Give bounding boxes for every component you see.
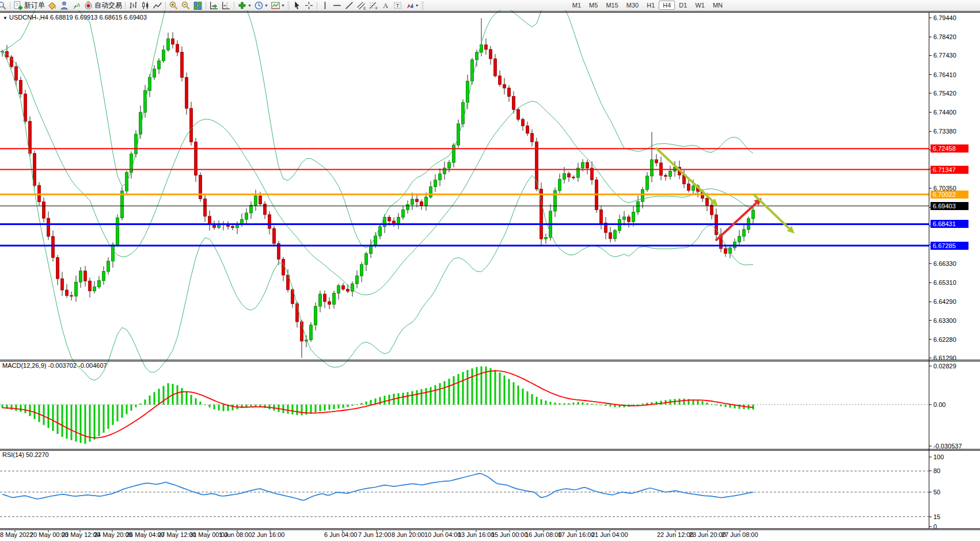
time-axis-label: 2 Jun 16:00 bbox=[252, 531, 285, 538]
fibonacci-icon[interactable]: F bbox=[367, 1, 379, 10]
toolbar-separator bbox=[125, 2, 126, 9]
price-tick-label: 6.78420 bbox=[933, 33, 956, 40]
time-axis-label: 1 Jun 08:00 bbox=[219, 531, 252, 538]
time-axis-label: 8 Jun 20:00 bbox=[392, 531, 425, 538]
timeframe-button-mn[interactable]: MN bbox=[709, 1, 727, 10]
svg-text:F: F bbox=[375, 6, 378, 10]
price-tick-label: 6.63300 bbox=[933, 317, 956, 324]
symbol-dropdown-icon[interactable]: ▼ bbox=[3, 16, 7, 21]
new-order-button[interactable]: 新订单 bbox=[12, 1, 46, 10]
timeframe-button-m30[interactable]: M30 bbox=[622, 1, 643, 10]
candlestick-chart-icon[interactable] bbox=[139, 1, 151, 10]
price-tick-label: 6.75420 bbox=[933, 90, 956, 97]
time-axis-label: 27 Jun 08:00 bbox=[721, 531, 758, 538]
macd-tick-label: 0.00 bbox=[933, 401, 945, 408]
panel-splitter-rsi[interactable] bbox=[0, 448, 929, 451]
timeframe-button-m15[interactable]: M15 bbox=[602, 1, 622, 10]
crosshair-icon[interactable] bbox=[303, 1, 315, 10]
text-label-icon[interactable]: T bbox=[392, 1, 404, 10]
price-line-label: 6.72458 bbox=[930, 144, 968, 153]
time-axis-label: 18 May 2022 bbox=[0, 531, 33, 538]
svg-text:T: T bbox=[396, 2, 399, 9]
styles-bucket-icon[interactable] bbox=[46, 1, 58, 10]
macd-indicator-label: MACD(12,26,9) -0.003702 -0.004607 bbox=[2, 362, 107, 369]
cursor-icon[interactable] bbox=[291, 1, 303, 10]
timeframe-toolbar: M1M5M15M30H1H4D1W1MN bbox=[568, 1, 727, 10]
rsi-tick-label: 80 bbox=[933, 467, 940, 474]
timeframe-button-w1[interactable]: W1 bbox=[691, 1, 709, 10]
timeframe-button-h1[interactable]: H1 bbox=[643, 1, 659, 10]
price-tick-label: 6.62280 bbox=[933, 336, 956, 343]
time-axis-label: 6 Jun 04:00 bbox=[324, 531, 358, 538]
chevron-down-icon[interactable]: ▼ bbox=[415, 3, 419, 7]
mt4-terminal: { "toolbar": { "new_order_label": "新订单",… bbox=[0, 0, 980, 541]
text-icon[interactable]: A bbox=[379, 1, 392, 10]
svg-text:E: E bbox=[363, 6, 366, 10]
periods-button[interactable]: ▼ bbox=[253, 1, 269, 10]
time-axis-label: 10 Jun 04:00 bbox=[424, 531, 461, 538]
price-line-label: 6.71347 bbox=[930, 166, 968, 174]
price-line-label: 6.68431 bbox=[930, 220, 968, 228]
trendline-icon[interactable] bbox=[343, 1, 355, 10]
auto-trading-button-label: 自动交易 bbox=[94, 1, 122, 10]
time-axis-label: 23 Jun 20:00 bbox=[689, 531, 726, 538]
time-axis-label: 17 Jun 16:00 bbox=[558, 531, 595, 538]
toolbar-drag-handle[interactable] bbox=[421, 2, 424, 9]
price-tick-label: 6.64290 bbox=[933, 298, 956, 305]
macd-tick-label: -0.030537 bbox=[933, 443, 962, 449]
rsi-tick-label: 15 bbox=[933, 513, 940, 520]
time-axis-label: 16 Jun 08:00 bbox=[525, 531, 562, 538]
timeframe-button-h4[interactable]: H4 bbox=[659, 1, 675, 10]
line-chart-icon[interactable] bbox=[151, 1, 164, 10]
horizontal-line-icon[interactable] bbox=[331, 1, 343, 10]
timeframe-button-d1[interactable]: D1 bbox=[675, 1, 691, 10]
panel-splitter-macd[interactable] bbox=[0, 359, 929, 362]
price-tick-label: 6.76410 bbox=[933, 71, 956, 78]
time-axis-label: 13 Jun 16:00 bbox=[458, 531, 495, 538]
profile-icon[interactable] bbox=[58, 1, 70, 10]
rsi-tick-label: 100 bbox=[933, 454, 944, 460]
time-scale[interactable]: 18 May 202220 May 00:0023 May 12:0024 Ma… bbox=[0, 529, 929, 541]
zoom-out-icon[interactable] bbox=[180, 1, 192, 10]
chart-canvas[interactable] bbox=[0, 0, 980, 541]
svg-text:A: A bbox=[383, 2, 389, 10]
toolbar-separator bbox=[234, 2, 234, 9]
price-tick-label: 6.66330 bbox=[933, 260, 956, 267]
time-axis-label: 22 Jun 12:00 bbox=[657, 531, 694, 538]
chart-title: ▼ USDCNH-,H4 6.68819 6.69913 6.68615 6.6… bbox=[3, 14, 147, 21]
signals-icon[interactable] bbox=[70, 1, 82, 10]
rsi-tick-label: 50 bbox=[933, 489, 940, 496]
chevron-down-icon[interactable]: ▼ bbox=[281, 3, 285, 7]
toolbar-separator bbox=[165, 2, 166, 9]
ohlc-values: 6.68819 6.69913 6.68615 6.69403 bbox=[50, 14, 147, 21]
toolbar-drag-handle[interactable] bbox=[287, 2, 290, 9]
price-line-label: 6.67285 bbox=[930, 242, 968, 250]
auto-scroll-icon[interactable] bbox=[208, 1, 220, 10]
chevron-down-icon[interactable]: ▼ bbox=[248, 3, 252, 7]
chart-search-icon[interactable] bbox=[0, 1, 8, 10]
price-tick-label: 6.61290 bbox=[933, 355, 956, 361]
main-toolbar: 新订单自动交易▼▼▼EFAT▼ M1M5M15M30H1H4D1W1MN bbox=[0, 0, 980, 10]
bar-chart-icon[interactable] bbox=[127, 1, 139, 10]
price-tick-label: 6.74400 bbox=[933, 109, 956, 116]
toolbar-separator bbox=[317, 2, 317, 9]
toolbar-separator bbox=[206, 2, 206, 9]
indicators-button[interactable]: ▼ bbox=[236, 1, 253, 10]
rsi-tick-label: 0 bbox=[933, 523, 937, 530]
tile-windows-icon[interactable] bbox=[192, 1, 204, 10]
auto-trading-button[interactable]: 自动交易 bbox=[82, 1, 123, 10]
price-tick-label: 6.65310 bbox=[933, 279, 956, 286]
arrows-tool-button[interactable]: ▼ bbox=[404, 1, 420, 10]
zoom-in-icon[interactable] bbox=[168, 1, 180, 10]
vertical-line-icon[interactable] bbox=[319, 1, 331, 10]
chevron-down-icon[interactable]: ▼ bbox=[264, 3, 268, 7]
equidistant-channel-icon[interactable]: E bbox=[355, 1, 367, 10]
price-line-label: 6.69403 bbox=[930, 202, 968, 210]
timeframe-button-m1[interactable]: M1 bbox=[568, 1, 585, 10]
price-tick-label: 6.77430 bbox=[933, 52, 956, 59]
chart-shift-icon[interactable] bbox=[220, 1, 232, 10]
rsi-indicator-label: RSI(14) 50.2270 bbox=[2, 451, 49, 458]
timeframe-button-m5[interactable]: M5 bbox=[585, 1, 602, 10]
templates-button[interactable]: ▼ bbox=[269, 1, 286, 10]
macd-tick-label: 0.02829 bbox=[933, 363, 956, 369]
